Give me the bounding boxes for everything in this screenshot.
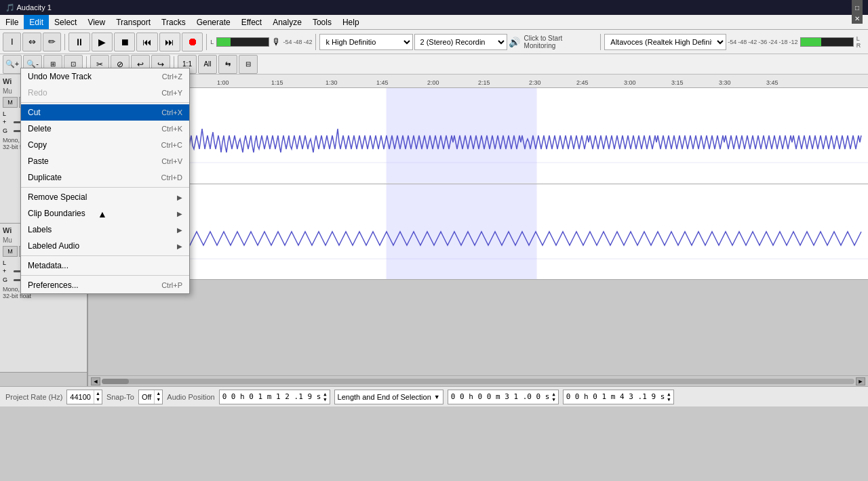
menu-select[interactable]: Select: [49, 15, 82, 29]
menu-undo-move-track[interactable]: Undo Move Track Ctrl+Z: [21, 68, 189, 85]
snap-spinner[interactable]: ▲ ▼: [154, 390, 162, 404]
maximize-button[interactable]: □: [852, 2, 863, 13]
menu-remove-special[interactable]: Remove Special ▶: [21, 189, 189, 205]
zoom-all-button[interactable]: All: [198, 55, 217, 74]
audio-position-label: Audio Position: [167, 393, 214, 401]
gain-label2: G: [3, 276, 12, 283]
menu-delete[interactable]: Delete Ctrl+K: [21, 121, 189, 137]
output-device-select[interactable]: Altavoces (Realtek High Definitio: [604, 34, 726, 50]
delete-label: Delete: [28, 124, 52, 133]
track1-waveform[interactable]: 1.0 0.5 0.0 -0.5 -1.0: [88, 88, 868, 184]
horizontal-scrollbar[interactable]: ◄ ►: [88, 375, 868, 386]
rate-down-icon[interactable]: ▼: [94, 396, 102, 402]
start-spinner[interactable]: ▲ ▼: [552, 392, 555, 402]
end-up-icon[interactable]: ▲: [667, 392, 670, 397]
scroll-track[interactable]: [102, 379, 854, 384]
timeline-ruler: 0:25 0:30 0:35 1:00 1:15 1:30 1:45 2:00 …: [88, 75, 868, 88]
tool-draw[interactable]: ✏: [43, 33, 61, 51]
track2-waveform[interactable]: 1.0 0.5 0.0 -0.5 -1.0: [88, 184, 868, 280]
lr-label: L R: [856, 35, 865, 49]
tool-ibeam[interactable]: I: [3, 33, 21, 51]
start-up-icon[interactable]: ▲: [552, 392, 555, 397]
track2-mute-button[interactable]: M: [3, 246, 18, 257]
menu-duplicate[interactable]: Duplicate Ctrl+D: [21, 169, 189, 186]
ruler-mark-100: 1:00: [217, 79, 229, 86]
delete-shortcut: Ctrl+K: [161, 125, 182, 133]
sep1: [64, 34, 65, 50]
snap-to-control[interactable]: Off ▲ ▼: [138, 390, 163, 404]
titlebar: 🎵 Audacity 1 — □ ✕: [0, 0, 868, 15]
menu-view[interactable]: View: [82, 15, 111, 29]
toolbar-transport: I ⇔ ✏ ⏸ ▶ ⏹ ⏮ ⏭ ⏺ L 🎙 -54-48-42 k High D…: [0, 30, 868, 54]
ruler-mark-330: 3:30: [719, 79, 731, 86]
menu-tracks[interactable]: Tracks: [156, 15, 191, 29]
input-level-meter: [216, 37, 269, 47]
stop-button[interactable]: ⏹: [114, 33, 135, 51]
toggle-button[interactable]: ⇆: [218, 55, 237, 74]
selection-end-input[interactable]: 0 0 h 0 1 m 4 3 .1 9 s ▲ ▼: [563, 390, 674, 404]
track2-l-label: L: [3, 259, 6, 266]
rate-up-icon[interactable]: ▲: [94, 390, 102, 396]
cut-shortcut: Ctrl+X: [161, 108, 182, 117]
menu-preferences[interactable]: Preferences... Ctrl+P: [21, 277, 189, 293]
menu-analyze[interactable]: Analyze: [267, 15, 307, 29]
menu-generate[interactable]: Generate: [191, 15, 236, 29]
scroll-left-button[interactable]: ◄: [91, 377, 100, 385]
recording-device-select[interactable]: k High Definitio: [319, 34, 412, 50]
ruler-mark-315: 3:15: [671, 79, 684, 86]
titlebar-controls: — □ ✕: [852, 0, 863, 24]
selection-start-input[interactable]: 0 0 h 0 0 m 3 1 .0 0 s ▲ ▼: [448, 390, 559, 404]
menu-tools[interactable]: Tools: [307, 15, 337, 29]
start-down-icon[interactable]: ▼: [552, 397, 555, 402]
scroll-right-button[interactable]: ►: [856, 377, 865, 385]
end-down-icon[interactable]: ▼: [667, 397, 670, 402]
skip-end-button[interactable]: ⏭: [159, 33, 180, 51]
pos-up-icon[interactable]: ▲: [323, 392, 326, 397]
end-spinner[interactable]: ▲ ▼: [667, 392, 670, 402]
menu-effect[interactable]: Effect: [236, 15, 267, 29]
duplicate-label: Duplicate: [28, 173, 62, 182]
menu-edit[interactable]: Edit: [24, 15, 49, 29]
speaker-icon[interactable]: 🔊: [509, 37, 520, 47]
track1-mute-button[interactable]: M: [3, 97, 18, 108]
project-rate-control[interactable]: 44100 ▲ ▼: [66, 390, 102, 404]
pos-spinner[interactable]: ▲ ▼: [323, 392, 326, 402]
menu-transport[interactable]: Transport: [111, 15, 156, 29]
remove-special-arrow-icon: ▶: [177, 194, 182, 201]
ruler-mark-115: 1:15: [271, 79, 283, 86]
menu-file[interactable]: File: [0, 15, 24, 29]
play-button[interactable]: ▶: [92, 33, 113, 51]
menu-metadata[interactable]: Metadata...: [21, 257, 189, 274]
ruler-mark-300: 3:00: [624, 79, 636, 86]
paste-label: Paste: [28, 156, 49, 166]
menu-cut[interactable]: Cut Ctrl+X: [21, 104, 189, 121]
track1-waveform-svg: [115, 88, 868, 184]
pos-down-icon[interactable]: ▼: [323, 397, 326, 402]
skip-start-button[interactable]: ⏮: [136, 33, 157, 51]
menu-help[interactable]: Help: [337, 15, 365, 29]
record-button[interactable]: ⏺: [182, 33, 203, 51]
redo-label: Redo: [28, 88, 47, 98]
selection-type-dropdown[interactable]: Length and End of Selection ▼: [334, 390, 443, 404]
shrink-button[interactable]: ⊟: [239, 55, 258, 74]
tool-envelope[interactable]: ⇔: [22, 33, 41, 51]
scroll-thumb[interactable]: [102, 379, 129, 384]
rate-spinner[interactable]: ▲ ▼: [94, 390, 102, 404]
dropdown-arrow-icon: ▼: [434, 394, 440, 400]
audio-position-input[interactable]: 0 0 h 0 1 m 1 2 .1 9 s ▲ ▼: [219, 390, 330, 404]
track2-waveform-svg: [115, 184, 868, 280]
selection-type-value: Length and End of Selection: [338, 393, 431, 401]
close-button[interactable]: ✕: [852, 13, 863, 24]
snap-up-icon[interactable]: ▲: [155, 390, 162, 396]
menu-paste[interactable]: Paste Ctrl+V: [21, 153, 189, 169]
menu-clip-boundaries[interactable]: Clip Boundaries ▶: [21, 205, 189, 222]
zoom-in-button[interactable]: 🔍+: [3, 55, 22, 74]
snap-down-icon[interactable]: ▼: [155, 396, 162, 402]
menu-copy[interactable]: Copy Ctrl+C: [21, 137, 189, 153]
menu-labels[interactable]: Labels ▶: [21, 222, 189, 238]
pause-button[interactable]: ⏸: [68, 33, 90, 51]
channels-select[interactable]: 2 (Stereo) Recordin: [414, 34, 507, 50]
labels-label: Labels: [28, 225, 52, 234]
mic-icon[interactable]: 🎙: [272, 37, 281, 47]
menu-labeled-audio[interactable]: Labeled Audio ▶: [21, 238, 189, 254]
